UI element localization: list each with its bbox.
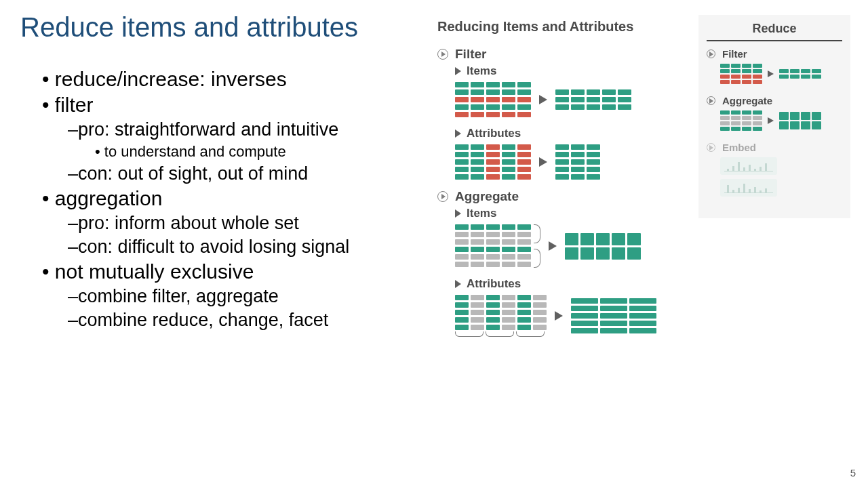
bullet-odot-icon: [437, 49, 448, 60]
subsection-items: Items: [455, 64, 678, 78]
arrow-icon: [455, 209, 461, 218]
bullet-text: pro: straightforward and intuitive: [78, 119, 338, 140]
arrow-icon: [539, 157, 547, 167]
grid-after: [555, 144, 600, 180]
bullet-text: filter: [55, 94, 94, 116]
grid-after: [555, 89, 631, 110]
arrow-icon: [549, 241, 557, 251]
grid-after: [571, 298, 656, 333]
bullet-l2: –combine reduce, change, facet: [68, 310, 422, 331]
bullet-odot-icon: [707, 49, 715, 58]
bullet-text: to understand and compute: [104, 143, 286, 160]
bullet-l2: –combine filter, aggregate: [68, 286, 422, 307]
sidebar-title: Reduce: [707, 22, 842, 41]
bullet-l3: • to understand and compute: [95, 143, 422, 161]
bullet-text: combine filter, aggregate: [78, 286, 279, 306]
grid-after: [565, 233, 641, 260]
sidebar-label: Filter: [722, 48, 747, 60]
bullet-l1: • aggregation: [42, 187, 422, 210]
bullet-text: combine reduce, change, facet: [78, 310, 328, 330]
bullet-text: con: out of sight, out of mind: [78, 163, 308, 184]
bullet-text: reduce/increase: inverses: [55, 68, 287, 90]
bullet-l2: –pro: straightforward and intuitive: [68, 119, 422, 140]
sidebar-embed: Embed: [707, 142, 842, 197]
sidebar-filter: Filter: [707, 48, 842, 84]
sub-label: Attributes: [467, 127, 521, 140]
bullet-l2: –pro: inform about whole set: [68, 213, 422, 234]
slide-title: Reduce items and attributes: [20, 12, 358, 43]
bracket-icon: [534, 224, 540, 268]
diagram-title: Reducing Items and Attributes: [437, 19, 678, 35]
sidebar-filter-diagram: [720, 64, 842, 84]
sidebar-label: Embed: [722, 142, 756, 153]
bullet-l1: • reduce/increase: inverses: [42, 68, 422, 91]
sidebar-label: Aggregate: [722, 95, 772, 106]
slide: Reduce items and attributes • reduce/inc…: [0, 0, 868, 488]
section-aggregate: Aggregate: [437, 189, 678, 204]
sparkline-icon: [720, 179, 777, 197]
bullet-text: pro: inform about whole set: [78, 213, 299, 233]
grid-before: [455, 295, 547, 330]
diagram-column: Reducing Items and Attributes Filter Ite…: [437, 19, 678, 346]
subsection-attributes: Attributes: [455, 277, 678, 291]
sidebar-aggregate-diagram: [720, 110, 842, 131]
slide-body: • reduce/increase: inverses • filter –pr…: [42, 66, 422, 333]
bullet-l2: –con: out of sight, out of mind: [68, 163, 422, 184]
arrow-icon: [555, 311, 563, 321]
diagram-filter-items: [455, 82, 678, 117]
grid-before: [455, 224, 531, 268]
arrow-icon: [455, 280, 461, 288]
subsection-items: Items: [455, 207, 678, 220]
arrow-icon: [455, 67, 461, 75]
bullet-text: not mutually exclusive: [55, 260, 254, 283]
underbracket-icon: [455, 331, 547, 337]
arrow-icon: [455, 129, 461, 138]
section-filter: Filter: [437, 47, 678, 62]
subsection-attributes: Attributes: [455, 127, 678, 140]
bullet-odot-icon: [437, 191, 448, 202]
page-number: 5: [850, 467, 856, 479]
bullet-odot-icon: [707, 96, 715, 105]
arrow-icon: [768, 117, 774, 124]
section-label: Filter: [455, 47, 486, 62]
bullet-l2: –con: difficult to avoid losing signal: [68, 237, 422, 258]
section-label: Aggregate: [455, 189, 519, 204]
sub-label: Items: [467, 64, 496, 78]
sub-label: Attributes: [467, 277, 521, 291]
sparkline-icon: [720, 157, 777, 175]
diagram-aggregate-attributes: [455, 295, 678, 337]
grid-before: [455, 144, 531, 180]
grid-before: [455, 82, 531, 117]
bullet-odot-icon: [707, 143, 715, 152]
sub-label: Items: [467, 207, 496, 220]
bullet-text: aggregation: [55, 187, 162, 209]
diagram-filter-attributes: [455, 144, 678, 180]
bullet-l1: • not mutually exclusive: [42, 260, 422, 283]
bullet-l1: • filter: [42, 94, 422, 117]
bullet-text: con: difficult to avoid losing signal: [78, 237, 349, 257]
sidebar-aggregate: Aggregate: [707, 95, 842, 131]
arrow-icon: [539, 95, 547, 104]
sidebar-reduce: Reduce Filter: [698, 15, 850, 218]
arrow-icon: [768, 70, 774, 77]
diagram-aggregate-items: [455, 224, 678, 268]
